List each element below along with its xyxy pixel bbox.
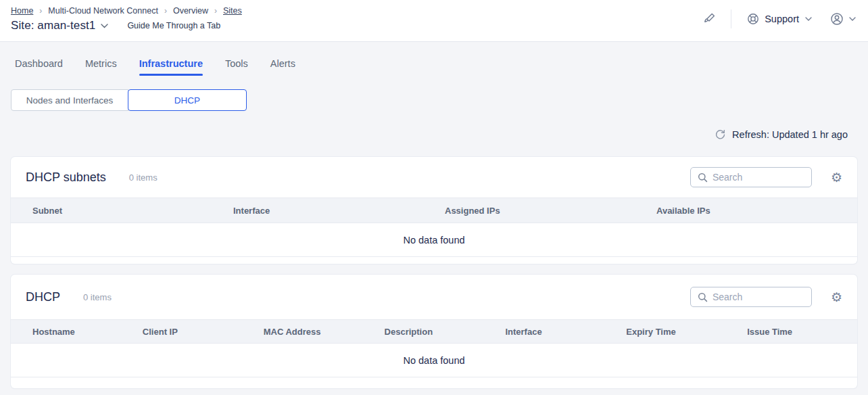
search-icon bbox=[698, 172, 708, 183]
dhcp-panel-header: DHCP 0 items ⚙ bbox=[11, 275, 857, 319]
column-header-client-ip: Client IP bbox=[132, 327, 253, 337]
tab-dashboard[interactable]: Dashboard bbox=[15, 58, 63, 76]
page-header: Home › Multi-Cloud Network Connect › Ove… bbox=[0, 0, 868, 42]
breadcrumb-mcn-connect: Multi-Cloud Network Connect bbox=[48, 6, 158, 16]
main-tab-bar: Dashboard Metrics Infrastructure Tools A… bbox=[0, 42, 868, 76]
lifebuoy-icon bbox=[746, 12, 760, 26]
breadcrumb-sites[interactable]: Sites bbox=[223, 6, 242, 16]
infrastructure-subtab-group: Nodes and Interfaces DHCP bbox=[11, 89, 247, 111]
dhcp-empty-state: No data found bbox=[11, 344, 857, 377]
breadcrumb-separator: › bbox=[214, 6, 217, 16]
dhcp-subnets-title: DHCP subnets bbox=[26, 170, 106, 185]
tab-tools[interactable]: Tools bbox=[225, 58, 248, 76]
dhcp-subnets-table-footer bbox=[11, 257, 857, 264]
column-header-expiry-time: Expiry Time bbox=[615, 327, 736, 337]
refresh-row: Refresh: Updated 1 hr ago bbox=[0, 129, 848, 140]
column-header-description: Description bbox=[374, 327, 495, 337]
breadcrumb-separator: › bbox=[164, 6, 167, 16]
table-settings-gear-icon[interactable]: ⚙ bbox=[831, 171, 842, 184]
dhcp-title: DHCP bbox=[26, 290, 60, 304]
breadcrumb-overview: Overview bbox=[173, 6, 208, 16]
dhcp-subnets-panel-header: DHCP subnets 0 items ⚙ bbox=[11, 157, 857, 198]
column-header-hostname: Hostname bbox=[11, 327, 132, 337]
dhcp-subnets-item-count: 0 items bbox=[129, 172, 158, 183]
column-header-available-ips: Available IPs bbox=[646, 206, 857, 216]
search-input[interactable] bbox=[713, 172, 804, 183]
breadcrumb-separator: › bbox=[39, 6, 42, 16]
dhcp-table-footer bbox=[11, 377, 857, 388]
subtab-dhcp[interactable]: DHCP bbox=[128, 89, 247, 111]
guide-me-button[interactable]: Guide Me Through a Tab bbox=[127, 21, 220, 30]
user-avatar-icon bbox=[829, 11, 844, 26]
dhcp-subnets-empty-state: No data found bbox=[11, 223, 857, 257]
column-header-interface: Interface bbox=[222, 206, 434, 216]
tab-metrics[interactable]: Metrics bbox=[85, 58, 117, 76]
dhcp-panel: DHCP 0 items ⚙ Hostname Client IP MAC Ad… bbox=[11, 275, 857, 388]
dhcp-subnets-panel: DHCP subnets 0 items ⚙ Subnet Interface … bbox=[11, 157, 857, 264]
dhcp-search bbox=[690, 287, 812, 307]
header-divider bbox=[731, 9, 731, 28]
support-menu-button[interactable]: Support bbox=[746, 12, 812, 26]
refresh-icon bbox=[715, 129, 726, 140]
table-settings-gear-icon[interactable]: ⚙ bbox=[831, 291, 842, 304]
dhcp-table-header: Hostname Client IP MAC Address Descripti… bbox=[11, 319, 857, 344]
tab-alerts[interactable]: Alerts bbox=[270, 58, 295, 76]
column-header-assigned-ips: Assigned IPs bbox=[434, 206, 646, 216]
breadcrumb-home[interactable]: Home bbox=[11, 6, 33, 16]
header-actions: Support bbox=[702, 9, 856, 28]
dhcp-item-count: 0 items bbox=[83, 292, 112, 302]
column-header-interface: Interface bbox=[494, 327, 615, 337]
column-header-issue-time: Issue Time bbox=[736, 327, 857, 337]
paintbrush-icon bbox=[702, 11, 717, 26]
support-chevron-down-icon bbox=[805, 17, 812, 21]
tab-infrastructure[interactable]: Infrastructure bbox=[139, 58, 203, 76]
support-label: Support bbox=[765, 14, 799, 24]
site-switcher-chevron-down-icon[interactable] bbox=[101, 24, 108, 28]
page-title: Site: aman-test1 bbox=[11, 19, 95, 32]
account-chevron-down-icon bbox=[849, 17, 856, 21]
refresh-button[interactable]: Refresh: Updated 1 hr ago bbox=[715, 129, 848, 140]
dhcp-subnets-table-header: Subnet Interface Assigned IPs Available … bbox=[11, 198, 857, 223]
refresh-label: Refresh: Updated 1 hr ago bbox=[732, 129, 848, 140]
search-input[interactable] bbox=[713, 292, 804, 302]
subtab-nodes-and-interfaces[interactable]: Nodes and Interfaces bbox=[11, 89, 128, 111]
account-menu-button[interactable] bbox=[829, 11, 856, 26]
column-header-mac-address: MAC Address bbox=[253, 327, 374, 337]
dhcp-subnets-search bbox=[690, 167, 812, 187]
column-header-subnet: Subnet bbox=[11, 206, 222, 216]
theme-paintbrush-button[interactable] bbox=[702, 11, 717, 26]
search-icon bbox=[698, 292, 708, 302]
